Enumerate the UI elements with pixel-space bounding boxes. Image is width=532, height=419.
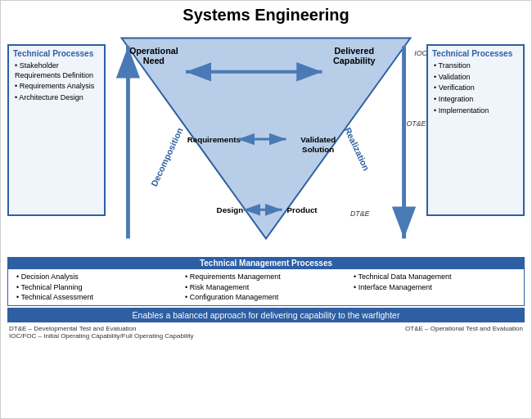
footnotes: DT&E – Developmental Test and Evaluation… <box>7 325 525 340</box>
svg-text:Validated: Validated <box>300 135 336 144</box>
list-item: Architecture Design <box>15 93 100 103</box>
bottom-section: Technical Management Processes Decision … <box>7 257 525 340</box>
operational-need-label: Operational <box>129 46 178 56</box>
list-item: Verification <box>434 83 519 93</box>
svg-text:Capability: Capability <box>333 56 375 65</box>
list-item: Interface Management <box>354 282 516 293</box>
tech-box-left: Technical Processes Stakeholder Requirem… <box>7 44 106 216</box>
mgmt-list-2: Requirements Management Risk Management … <box>185 272 347 303</box>
tech-box-left-title: Technical Processes <box>13 49 100 58</box>
svg-text:IOC/FOC: IOC/FOC <box>414 49 426 57</box>
page-title: Systems Engineering <box>7 6 525 25</box>
footnote-line1: DT&E – Developmental Test and Evaluation <box>9 325 405 332</box>
svg-text:OT&E: OT&E <box>407 119 426 128</box>
list-item: Stakeholder Requirements Definition <box>15 61 100 80</box>
svg-text:Design: Design <box>217 205 244 214</box>
svg-text:Decomposition: Decomposition <box>149 126 185 188</box>
tech-box-left-list: Stakeholder Requirements Definition Requ… <box>13 61 100 103</box>
svg-text:Product: Product <box>287 205 318 214</box>
diagram-area: Technical Processes Stakeholder Requirem… <box>7 28 525 415</box>
list-item: Transition <box>434 61 519 71</box>
list-item: Decision Analysis <box>16 272 178 282</box>
blue-banner: Enables a balanced approach for deliveri… <box>7 308 525 322</box>
mgmt-header: Technical Management Processes <box>7 257 525 269</box>
main-diagram-svg: Operational Need Delivered Capability IO… <box>106 28 426 257</box>
tech-box-right: Technical Processes Transition Validatio… <box>426 44 525 216</box>
list-item: Requirements Management <box>185 272 347 282</box>
list-item: Requirements Analysis <box>15 82 100 92</box>
top-section: Technical Processes Stakeholder Requirem… <box>7 28 525 257</box>
footnote-left: DT&E – Developmental Test and Evaluation… <box>9 325 405 340</box>
footnote-right: OT&E – Operational Test and Evaluation <box>405 325 523 340</box>
tech-box-right-title: Technical Processes <box>432 49 519 58</box>
svg-text:Delivered: Delivered <box>335 46 374 56</box>
mgmt-col-1: Decision Analysis Technical Planning Tec… <box>13 272 182 303</box>
list-item: Technical Assessment <box>16 292 178 303</box>
list-item: Integration <box>434 95 519 105</box>
tech-box-right-list: Transition Validation Verification Integ… <box>432 61 519 115</box>
triangle-area: Operational Need Delivered Capability IO… <box>106 28 426 257</box>
svg-text:Requirements: Requirements <box>187 135 241 144</box>
mgmt-col-2: Requirements Management Risk Management … <box>182 272 350 303</box>
footnote-line2: IOC/FOC – Initial Operating Capability/F… <box>9 332 405 340</box>
list-item: Implementation <box>434 106 519 116</box>
svg-text:DT&E: DT&E <box>350 210 370 218</box>
svg-text:Realization: Realization <box>343 126 372 173</box>
list-item: Configuration Management <box>185 292 347 303</box>
mgmt-rows: Decision Analysis Technical Planning Tec… <box>7 269 525 306</box>
list-item: Technical Planning <box>16 282 178 293</box>
list-item: Risk Management <box>185 282 347 293</box>
mgmt-list-3: Technical Data Management Interface Mana… <box>354 272 516 292</box>
svg-text:Need: Need <box>143 56 165 65</box>
list-item: Validation <box>434 73 519 83</box>
mgmt-list-1: Decision Analysis Technical Planning Tec… <box>16 272 178 303</box>
svg-text:Solution: Solution <box>302 145 334 154</box>
mgmt-col-3: Technical Data Management Interface Mana… <box>350 272 519 303</box>
page-container: Systems Engineering Technical Processes … <box>0 0 532 419</box>
list-item: Technical Data Management <box>354 272 516 282</box>
